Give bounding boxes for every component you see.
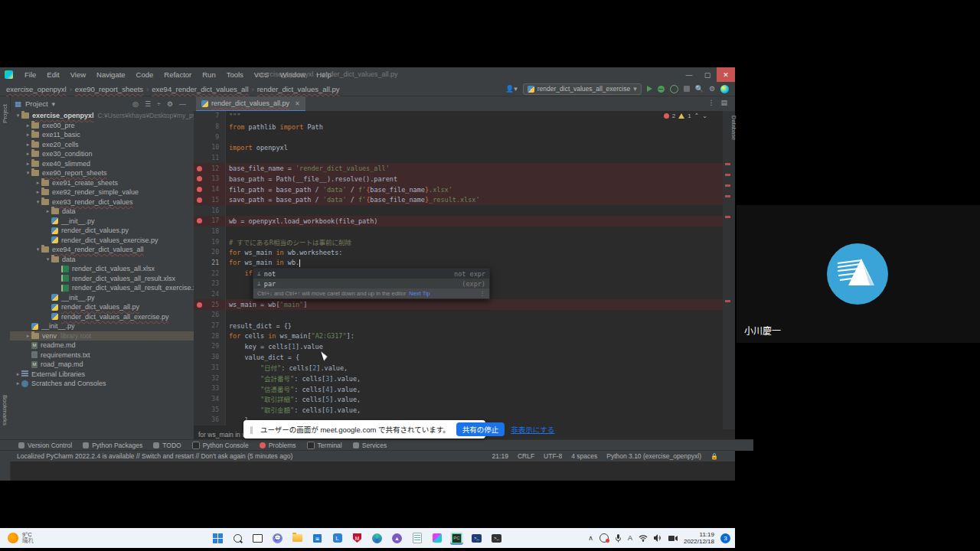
error-stripe-mark[interactable] xyxy=(725,184,730,187)
tree-chevron-icon[interactable]: ▸ xyxy=(24,132,31,138)
tree-chevron-icon[interactable]: ▾ xyxy=(44,256,51,262)
gutter[interactable]: 30 xyxy=(194,352,226,363)
tree-chevron-icon[interactable]: ▸ xyxy=(15,380,21,386)
code-line-27[interactable]: 27result_dict = {} xyxy=(194,321,723,331)
code-editor[interactable]: 2 1 ⌃ ⌄ 7"""8from pathlib import Path910… xyxy=(194,111,723,429)
menu-view[interactable]: View xyxy=(65,70,91,79)
breakpoint-icon[interactable] xyxy=(197,197,202,203)
toolwindow-python-packages[interactable]: Python Packages xyxy=(83,442,142,449)
hide-bar-link[interactable]: 非表示にする xyxy=(511,424,554,435)
toolwindow-version-control[interactable]: Version Control xyxy=(18,442,72,449)
gutter[interactable]: 17 xyxy=(194,216,226,227)
tree-chevron-icon[interactable]: ▾ xyxy=(24,170,31,176)
menu-navigate[interactable]: Navigate xyxy=(91,70,131,79)
menu-run[interactable]: Run xyxy=(197,70,220,79)
menu-code[interactable]: Code xyxy=(131,70,159,79)
run-config-selector[interactable]: render_dict_values_all_exercise ▾ xyxy=(523,83,642,95)
gutter[interactable]: 7 xyxy=(194,111,226,122)
code-line-35[interactable]: 35 "取引金額": cells[6].value, xyxy=(194,404,723,415)
tree-item-external-libraries[interactable]: ▸External Libraries xyxy=(10,370,194,380)
tree-item-render-dict-values-all-exercise-py[interactable]: render_dict_values_all_exercise.py xyxy=(10,312,194,322)
code-line-21[interactable]: 21for ws_main in wb. xyxy=(194,258,723,269)
tree-chevron-icon[interactable]: ▸ xyxy=(15,371,21,377)
tray-chevron-icon[interactable]: ∧ xyxy=(588,534,593,542)
code-line-33[interactable]: 33 "信憑番号": cells[4].value, xyxy=(194,383,723,394)
user-dropdown-icon[interactable]: 👤▾ xyxy=(505,85,518,93)
gutter[interactable]: 14 xyxy=(194,184,226,195)
tree-item--init-py[interactable]: __init__.py xyxy=(10,217,194,227)
drag-handle-icon[interactable]: ∥ xyxy=(250,425,254,434)
tree-chevron-icon[interactable]: ▾ xyxy=(34,246,41,253)
tree-item-render-dict-values-all-result-exercise-xlsx[interactable]: render_dict_values_all_result_exercise.x… xyxy=(10,283,194,293)
project-panel-title[interactable]: Project xyxy=(25,99,48,108)
more-options-icon[interactable]: ⋮ xyxy=(480,290,486,297)
code-line-25[interactable]: 25ws_main = wb["main"] xyxy=(194,299,723,310)
database-stripe-tab[interactable]: Database xyxy=(730,116,737,140)
breadcrumb-item[interactable]: exe94_render_dict_values_all xyxy=(152,85,248,93)
tree-item-exe93-render-dict-values[interactable]: ▾exe93_render_dict_values xyxy=(10,197,194,207)
menu-file[interactable]: File xyxy=(19,70,41,79)
breadcrumb-item[interactable]: exercise_openpyxl xyxy=(6,85,67,93)
tree-item-scratches-and-consoles[interactable]: ▸Scratches and Consoles xyxy=(10,379,194,389)
gutter[interactable]: 10 xyxy=(194,142,226,153)
bookmarks-stripe-tab[interactable]: Bookmarks xyxy=(2,395,8,425)
tree-item-exe91-create-sheets[interactable]: ▸exe91_create_sheets xyxy=(10,178,194,188)
tree-chevron-icon[interactable]: ▾ xyxy=(15,112,21,119)
tree-item-exe20-cells[interactable]: ▸exe20_cells xyxy=(10,140,194,150)
code-line-18[interactable]: 18 xyxy=(194,227,723,237)
status-message[interactable]: Localized PyCharm 2022.2.4 is available … xyxy=(17,452,292,460)
taskbar-explorer-icon[interactable] xyxy=(291,532,304,545)
tree-item-render-dict-values-py[interactable]: render_dict_values.py xyxy=(10,226,194,236)
tree-chevron-icon[interactable]: ▾ xyxy=(34,199,41,205)
gutter[interactable]: 29 xyxy=(194,341,226,352)
close-button[interactable]: ✕ xyxy=(717,67,735,82)
gutter[interactable]: 31 xyxy=(194,363,226,373)
breakpoint-icon[interactable] xyxy=(197,176,202,181)
code-line-9[interactable]: 9 xyxy=(194,132,723,142)
tree-item-exe11-basic[interactable]: ▸exe11_basic xyxy=(10,130,194,140)
taskbar-chat-icon[interactable]: 💬 xyxy=(271,532,284,545)
taskbar-cmd-icon[interactable]: >_ xyxy=(490,532,503,545)
editor-scrollbar[interactable]: Database xyxy=(723,111,735,429)
tree-item-render-dict-values-all-py[interactable]: render_dict_values_all.py xyxy=(10,302,194,312)
tree-item-venv[interactable]: ▸venvlibrary root xyxy=(10,331,194,341)
tree-item-exe94-render-dict-values-all[interactable]: ▾exe94_render_dict_values_all xyxy=(10,245,194,255)
status-widget[interactable]: 21:19 xyxy=(492,452,508,460)
status-widget[interactable]: CRLF xyxy=(518,452,534,460)
tree-item-exe00-pre[interactable]: ▸exe00_pre xyxy=(10,121,194,131)
tree-item-exe92-render-simple-value[interactable]: ▸exe92_render_simple_value xyxy=(10,187,194,197)
gutter[interactable]: 8 xyxy=(194,122,226,132)
gutter[interactable]: 23 xyxy=(194,279,226,289)
code-line-20[interactable]: 20for ws_main in wb.worksheets: xyxy=(194,247,723,258)
stop-sharing-button[interactable]: 共有の停止 xyxy=(456,422,505,436)
tree-chevron-icon[interactable]: ▸ xyxy=(24,151,31,157)
code-line-14[interactable]: 14file_path = base_path / 'data' / f'{ba… xyxy=(194,184,723,195)
taskbar-powershell-icon[interactable]: >_ xyxy=(470,532,483,545)
tree-item-exe90-report-sheets[interactable]: ▾exe90_report_sheets xyxy=(10,168,194,178)
tree-item-data[interactable]: ▾data xyxy=(10,255,194,265)
tree-item--init-py[interactable]: __init__.py xyxy=(10,321,194,331)
breadcrumb-item[interactable]: render_dict_values_all.py xyxy=(257,85,340,93)
tree-chevron-icon[interactable]: ▸ xyxy=(34,189,41,195)
maximize-button[interactable]: ▢ xyxy=(698,67,717,82)
hide-panel-icon[interactable]: — xyxy=(179,100,186,108)
gutter[interactable]: 22 xyxy=(194,268,226,279)
tree-chevron-icon[interactable]: ▸ xyxy=(24,122,31,129)
breakpoint-icon[interactable] xyxy=(197,187,202,192)
tree-item-exe40-slimmed[interactable]: ▸exe40_slimmed xyxy=(10,159,194,169)
tree-chevron-icon[interactable]: ▸ xyxy=(24,161,31,167)
weather-widget[interactable]: 9°C 晴れ xyxy=(8,532,34,544)
tree-item-data[interactable]: ▸data xyxy=(10,207,194,217)
microphone-icon[interactable] xyxy=(615,534,622,543)
taskbar-line-icon[interactable]: L xyxy=(331,532,344,545)
taskbar-search-icon[interactable] xyxy=(231,532,244,545)
breakpoint-icon[interactable] xyxy=(197,218,202,223)
minimize-button[interactable]: — xyxy=(680,67,698,82)
menu-edit[interactable]: Edit xyxy=(41,70,64,79)
code-line-11[interactable]: 11 xyxy=(194,153,723,164)
error-stripe-mark[interactable] xyxy=(725,195,730,197)
code-line-8[interactable]: 8from pathlib import Path xyxy=(194,122,723,132)
toolwindow-services[interactable]: Services xyxy=(353,442,387,449)
code-line-12[interactable]: 12base_file_name = 'render_dict_values_a… xyxy=(194,163,723,174)
gutter[interactable]: 24 xyxy=(194,289,226,300)
